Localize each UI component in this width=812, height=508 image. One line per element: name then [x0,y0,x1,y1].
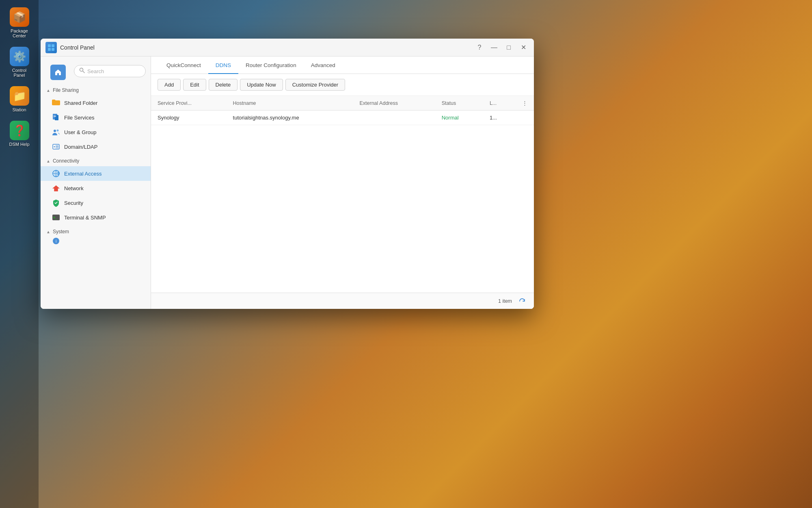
edit-button[interactable]: Edit [183,79,206,91]
sidebar-item-info-center[interactable]: i [41,237,151,245]
svg-point-11 [57,130,59,132]
collapse-icon-file-sharing: ▲ [46,88,50,93]
section-connectivity: ▲ Connectivity External Access [41,156,151,225]
sidebar-item-network[interactable]: Network [41,181,151,195]
user-group-label: User & Group [64,129,96,135]
col-more: ⋮ [516,96,534,111]
cell-more [516,111,534,125]
svg-line-5 [83,71,84,73]
section-header-file-sharing[interactable]: ▲ File Sharing [41,85,151,96]
taskbar-icon-dsm-help[interactable]: ❓ DSM Help [4,117,35,150]
file-services-label: File Services [64,115,94,121]
domain-ldap-label: Domain/LDAP [64,144,97,150]
window-title: Control Panel [60,44,474,51]
external-access-label: External Access [64,171,102,177]
maximize-button[interactable]: □ [503,42,514,53]
update-now-button[interactable]: Update Now [240,79,283,91]
svg-point-4 [80,68,83,72]
search-icon [79,67,85,75]
svg-rect-1 [52,44,54,47]
col-hostname: Hostname [227,96,353,111]
title-controls: ? — □ ✕ [474,42,529,53]
status-badge: Normal [442,115,459,121]
sidebar-item-terminal-snmp[interactable]: >_ Terminal & SNMP [41,210,151,225]
external-access-icon [52,169,60,178]
svg-rect-0 [48,44,51,47]
svg-rect-2 [48,48,51,51]
network-label: Network [64,185,84,191]
taskbar-icon-package-center[interactable]: 📦 PackageCenter [4,4,35,41]
sidebar-item-shared-folder[interactable]: Shared Folder [41,96,151,110]
taskbar-label-package: PackageCenter [11,28,28,38]
add-button[interactable]: Add [158,79,181,91]
home-button[interactable] [50,65,66,80]
sidebar-item-domain-ldap[interactable]: Domain/LDAP [41,139,151,154]
terminal-snmp-label: Terminal & SNMP [64,215,106,221]
close-button[interactable]: ✕ [518,42,529,53]
collapse-icon-system: ▲ [46,230,50,234]
sidebar: ▲ File Sharing Shared Folder [41,56,151,309]
tab-ddns[interactable]: DDNS [208,56,238,74]
svg-text:>_: >_ [53,216,57,219]
delete-button[interactable]: Delete [209,79,238,91]
file-services-icon [52,113,60,122]
user-group-icon [52,128,60,136]
col-status: Status [435,96,483,111]
table-container: Service Provi... Hostname External Addre… [151,96,534,293]
col-last-update: L... [483,96,516,111]
help-button[interactable]: ? [474,42,485,53]
window-icon [45,42,57,53]
customize-provider-button[interactable]: Customize Provider [285,79,345,91]
section-label-connectivity: Connectivity [53,158,79,164]
shared-folder-label: Shared Folder [64,100,97,106]
sidebar-item-external-access[interactable]: External Access [41,166,151,181]
ddns-table: Service Provi... Hostname External Addre… [151,96,534,125]
item-count: 1 item [498,298,512,304]
minimize-button[interactable]: — [488,42,500,53]
window-body: ▲ File Sharing Shared Folder [41,56,534,309]
sidebar-item-file-services[interactable]: File Services [41,110,151,125]
domain-ldap-icon [52,143,60,151]
col-service-provider: Service Provi... [151,96,227,111]
cell-last-update: 1... [483,111,516,125]
table-row[interactable]: Synology tutorialsightnas.synology.me No… [151,111,534,125]
refresh-button[interactable] [517,296,527,306]
tab-advanced[interactable]: Advanced [304,56,343,74]
svg-text:i: i [56,239,56,243]
collapse-icon-connectivity: ▲ [46,159,50,163]
sidebar-item-security[interactable]: Security [41,195,151,210]
section-label-file-sharing: File Sharing [53,87,79,93]
tabs: QuickConnect DDNS Router Configuration A… [151,56,534,74]
sidebar-item-user-group[interactable]: User & Group [41,125,151,139]
taskbar-label-dsm-help: DSM Help [9,142,29,147]
search-input[interactable] [87,68,140,74]
terminal-snmp-icon: >_ [52,213,60,221]
footer: 1 item [151,293,534,309]
cell-service-provider: Synology [151,111,227,125]
section-header-connectivity[interactable]: ▲ Connectivity [41,156,151,166]
section-system: ▲ System i [41,226,151,245]
section-label-system: System [53,229,69,234]
tab-router-configuration[interactable]: Router Configuration [238,56,304,74]
taskbar-icon-station[interactable]: 📁 Station [4,83,35,115]
info-center-icon: i [52,237,60,245]
security-label: Security [64,200,83,206]
toolbar: Add Edit Delete Update Now Customize Pro… [151,74,534,96]
section-header-system[interactable]: ▲ System [41,226,151,237]
svg-point-13 [54,146,55,148]
network-icon [52,184,60,192]
content-area: QuickConnect DDNS Router Configuration A… [151,56,534,309]
tab-quickconnect[interactable]: QuickConnect [159,56,208,74]
taskbar-left: 📦 PackageCenter ⚙️ Control Panel 📁 Stati… [0,0,39,508]
taskbar-label-control-panel: Control Panel [6,68,32,78]
section-file-sharing: ▲ File Sharing Shared Folder [41,85,151,154]
shared-folder-icon [52,99,60,107]
taskbar-label-station: Station [12,107,26,112]
taskbar-icon-control-panel[interactable]: ⚙️ Control Panel [4,43,35,81]
cell-hostname: tutorialsightnas.synology.me [227,111,353,125]
control-panel-window: Control Panel ? — □ ✕ [41,39,534,309]
cell-external-address [353,111,435,125]
search-box [74,65,146,77]
col-external-address: External Address [353,96,435,111]
svg-point-10 [54,130,56,132]
